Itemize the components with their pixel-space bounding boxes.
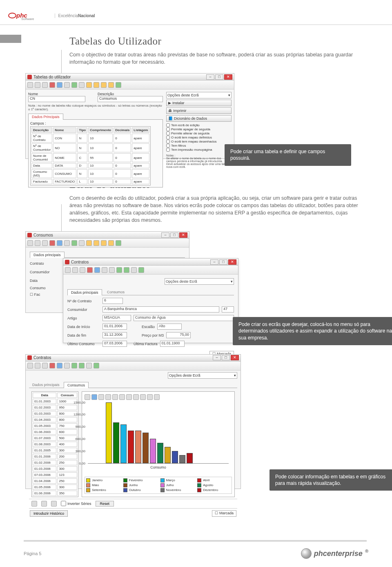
tool-icon[interactable] [41,501,47,507]
contrato-input[interactable]: 6 [102,298,123,304]
tool-icon[interactable] [79,363,85,368]
tab-consumos[interactable]: Consumos [64,382,89,388]
imprimir-button[interactable]: 🖶 Imprimir [166,107,232,114]
nav-icon[interactable] [94,82,99,88]
option-checkbox[interactable]: O ecrã tem mapas definidos [166,136,232,139]
maximize-button[interactable]: □ [215,74,223,80]
refresh-icon[interactable] [116,82,121,88]
escalao-select[interactable]: Alto [157,324,182,330]
artigo-input[interactable]: MSAGUA [102,315,131,321]
tool-icon[interactable] [87,267,93,273]
tool-icon[interactable] [71,363,77,368]
maximize-button[interactable]: □ [219,259,227,265]
maximize-button[interactable]: □ [222,355,230,360]
consumidor-input[interactable]: A Barquinha Branca [102,306,219,313]
tool-icon[interactable] [71,82,77,88]
tool-icon[interactable] [116,267,122,273]
tool-icon[interactable] [72,267,78,273]
options-dropdown[interactable]: Opções deste Ecrã▾ [165,278,234,285]
minimize-button[interactable]: – [206,74,214,80]
tool-icon[interactable] [64,240,70,246]
option-checkbox[interactable]: Tem ecrã de edição [166,123,232,127]
tool-icon[interactable] [27,363,33,368]
close-button[interactable]: ✕ [224,74,232,80]
tool-icon[interactable] [64,363,70,368]
chart-tool-icon[interactable] [98,394,104,400]
tab-dados-principais[interactable]: Dados principais [30,252,65,258]
tool-icon[interactable] [49,240,55,246]
tool-icon[interactable] [64,82,70,88]
tool-icon[interactable] [51,501,57,507]
tool-icon[interactable] [102,267,107,273]
tab-dados-principais[interactable]: Dados Principais [28,114,63,120]
tool-icon[interactable] [49,363,55,368]
chart-tool-icon[interactable] [119,394,125,400]
tool-icon[interactable] [138,267,144,273]
tool-icon[interactable] [108,240,114,246]
option-checkbox[interactable]: Tem impressão monopágina [166,148,232,152]
tool-icon[interactable] [80,267,85,273]
tab-dados-principais[interactable]: Dados principais [29,382,63,388]
nav-icon[interactable] [86,82,92,88]
tool-icon[interactable] [42,240,48,246]
option-checkbox[interactable]: Permite alterar de seguida [166,132,232,135]
tool-icon[interactable] [71,240,77,246]
option-checkbox[interactable]: O ecrã tem mapas desenhados [166,140,232,143]
tool-icon[interactable] [79,240,85,246]
minimize-button[interactable]: – [161,232,169,238]
chart-tool-icon[interactable] [140,394,146,400]
inverter-series-checkbox[interactable]: Inverter Séries [61,501,91,506]
tool-icon[interactable] [124,267,129,273]
tool-icon[interactable] [94,240,99,246]
close-button[interactable]: ✕ [228,259,236,265]
tool-icon[interactable] [94,267,100,273]
marcada-checkbox[interactable]: Marcada [219,511,234,515]
name-input[interactable]: CN [28,96,85,102]
chart-tool-icon[interactable] [126,394,132,400]
option-checkbox[interactable]: Tem filtros [166,144,232,147]
tool-icon[interactable] [31,501,37,507]
tab-consumos[interactable]: Consumos [104,289,128,295]
nav-icon[interactable] [108,82,114,88]
tool-icon[interactable] [27,82,33,88]
options-dropdown[interactable]: Opções deste Ecrã▾ [166,92,232,98]
close-button[interactable]: ✕ [179,232,187,238]
desc-input[interactable]: Consumos [98,96,163,102]
tool-icon[interactable] [57,82,62,88]
tool-icon[interactable] [42,82,48,88]
minimize-button[interactable]: – [210,259,218,265]
chart-tool-icon[interactable] [133,394,139,400]
option-checkbox[interactable]: Permite apagar de seguida [166,127,232,131]
tool-icon[interactable] [94,363,99,368]
tool-icon[interactable] [57,363,62,368]
tool-icon[interactable] [86,363,92,368]
tool-icon[interactable] [35,82,40,88]
tool-icon[interactable] [131,267,137,273]
tab-dados-principais[interactable]: Dados principais [67,289,102,295]
minimize-button[interactable]: – [213,355,221,360]
chart-tool-icon[interactable] [112,394,118,400]
chart-tool-icon[interactable] [154,394,160,400]
chart-tool-icon[interactable] [147,394,153,400]
chart-tool-icon[interactable] [105,394,111,400]
tool-icon[interactable] [27,240,33,246]
chart-tool-icon[interactable] [85,394,90,400]
tool-icon[interactable] [35,363,40,368]
tool-icon[interactable] [86,240,92,246]
introduzir-historico-button[interactable]: Introduzir Histórico [30,510,68,517]
tool-icon[interactable] [101,240,107,246]
dicionario-button[interactable]: 📘 Dicionário de Dados [166,115,232,122]
instalar-button[interactable]: ▶ Instalar [166,100,232,106]
close-button[interactable]: ✕ [231,355,239,360]
options-dropdown[interactable]: Opções deste Ecrã▾ [168,372,237,379]
nav-icon[interactable] [101,82,107,88]
reset-button[interactable]: Reset [96,501,114,507]
tool-icon[interactable] [57,240,62,246]
tool-icon[interactable] [116,240,121,246]
maximize-button[interactable]: □ [170,232,178,238]
tool-icon[interactable] [42,363,48,368]
tool-icon[interactable] [35,240,40,246]
delete-icon[interactable] [49,82,55,88]
chart-tool-icon[interactable] [91,394,97,400]
tool-icon[interactable] [65,267,71,273]
